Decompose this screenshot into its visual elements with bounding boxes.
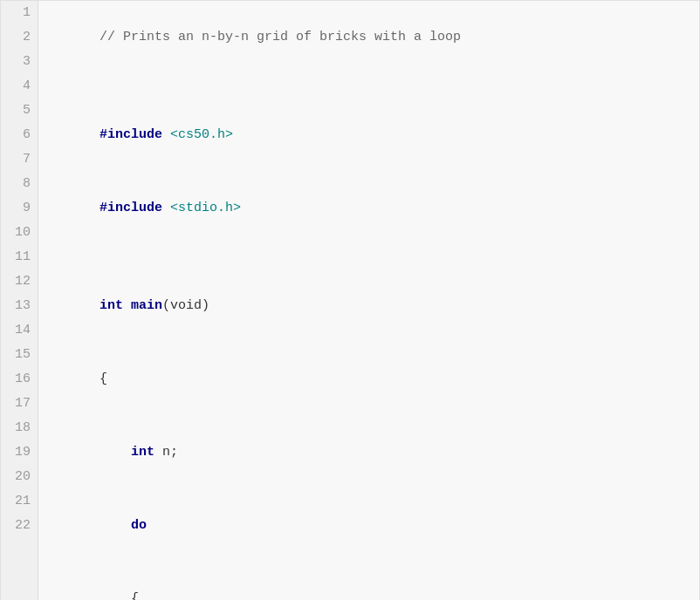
- plain-5: n;: [154, 445, 178, 460]
- indent-8: [100, 445, 131, 460]
- line-num-10: 10: [1, 221, 38, 245]
- code-line-6: int main(void): [52, 269, 699, 343]
- keyword-include-1: #include: [100, 127, 162, 142]
- plain-4: (void): [162, 298, 209, 313]
- line-num-7: 7: [1, 147, 38, 172]
- line-num-6: 6: [1, 123, 38, 147]
- plain-1: [162, 127, 170, 142]
- line-num-21: 21: [1, 489, 38, 514]
- keyword-do: do: [131, 518, 147, 533]
- code-line-8: int n;: [52, 416, 699, 489]
- include-stdio: <stdio.h>: [170, 201, 241, 215]
- line-num-5: 5: [1, 99, 38, 123]
- line-num-19: 19: [1, 440, 38, 465]
- line-num-16: 16: [1, 367, 38, 392]
- line-num-17: 17: [1, 392, 38, 416]
- code-line-1: // Prints an n-by-n grid of bricks with …: [52, 1, 699, 74]
- code-line-10: {: [52, 562, 699, 600]
- code-line-5: [52, 245, 699, 269]
- code-line-7: {: [52, 343, 699, 416]
- indent-9: [100, 518, 131, 533]
- line-num-12: 12: [1, 269, 38, 294]
- plain-3: [123, 298, 131, 313]
- plain-2: [162, 201, 170, 215]
- indent-10: {: [100, 591, 139, 600]
- line-num-11: 11: [1, 245, 38, 269]
- code-editor: 1 2 3 4 5 6 7 8 9 10 11 12 13 14 15 16 1…: [0, 0, 700, 600]
- line-num-15: 15: [1, 343, 38, 367]
- keyword-include-2: #include: [100, 201, 162, 215]
- line-num-14: 14: [1, 318, 38, 343]
- line-num-18: 18: [1, 416, 38, 440]
- keyword-int-n: int: [131, 445, 154, 460]
- comment-text: // Prints an n-by-n grid of bricks with …: [100, 30, 461, 44]
- code-line-3: #include <cs50.h>: [52, 99, 699, 172]
- line-num-1: 1: [1, 1, 38, 25]
- include-cs50: <cs50.h>: [170, 127, 233, 142]
- line-num-8: 8: [1, 172, 38, 196]
- keyword-int: int: [100, 298, 123, 313]
- code-lines: // Prints an n-by-n grid of bricks with …: [38, 1, 699, 600]
- code-line-4: #include <stdio.h>: [52, 172, 699, 245]
- line-num-9: 9: [1, 196, 38, 221]
- code-line-2: [52, 74, 699, 99]
- line-num-20: 20: [1, 465, 38, 489]
- brace-open-main: {: [100, 372, 107, 386]
- code-line-9: do: [52, 489, 699, 562]
- line-num-22: 22: [1, 514, 38, 538]
- function-main: main: [131, 298, 162, 313]
- line-num-2: 2: [1, 25, 38, 50]
- line-num-4: 4: [1, 74, 38, 99]
- line-numbers: 1 2 3 4 5 6 7 8 9 10 11 12 13 14 15 16 1…: [1, 1, 38, 600]
- line-num-3: 3: [1, 50, 38, 74]
- line-num-13: 13: [1, 294, 38, 318]
